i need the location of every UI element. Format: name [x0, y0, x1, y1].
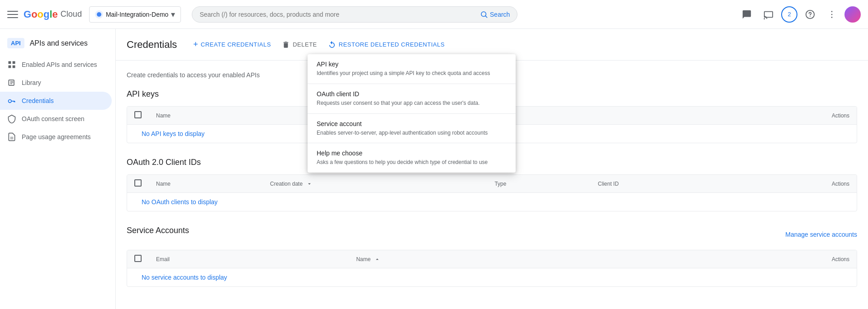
- service-accounts-table: Email Name Actions: [127, 250, 857, 286]
- api-keys-actions-header: Actions: [832, 112, 849, 119]
- cloud-text: Cloud: [61, 9, 82, 19]
- api-badge: API: [7, 38, 24, 48]
- page-title: Credentials: [127, 39, 177, 51]
- oauth-type-header: Type: [494, 181, 506, 187]
- oauth-title: OAuth client ID: [317, 90, 507, 98]
- delete-icon: [282, 41, 290, 49]
- notification-badge[interactable]: 2: [781, 6, 797, 23]
- sidebar-item-label: Credentials: [22, 97, 54, 104]
- create-desc-text: Create credentials to access your enable…: [127, 71, 260, 79]
- table-row: No OAuth clients to display: [127, 193, 857, 211]
- cast-icon: [764, 9, 773, 19]
- search-label: Search: [490, 11, 510, 18]
- main-layout: API APIs and services Enabled APIs and s…: [0, 29, 868, 309]
- project-dot: [95, 10, 103, 19]
- oauth-table: Name Creation date Type: [127, 175, 857, 211]
- sidebar-item-label: OAuth consent screen: [22, 115, 85, 122]
- menu-icon[interactable]: [7, 9, 18, 20]
- sidebar-item-label: Page usage agreements: [22, 133, 91, 140]
- plus-icon: +: [193, 40, 198, 49]
- search-bar: Search: [192, 6, 517, 23]
- svg-rect-9: [9, 61, 11, 64]
- sa-email-header: Email: [156, 256, 170, 262]
- sidebar-item-label: Enabled APIs and services: [22, 61, 97, 68]
- service-accounts-table-container: Email Name Actions: [127, 250, 857, 287]
- sa-actions-header: Actions: [832, 256, 849, 262]
- help-title: Help me choose: [317, 150, 507, 157]
- oauth-name-header: Name: [156, 181, 171, 187]
- restore-credentials-button[interactable]: RESTORE DELETED CREDENTIALS: [323, 37, 450, 52]
- library-icon: [7, 78, 16, 87]
- dropdown-item-help[interactable]: Help me choose Asks a few questions to h…: [308, 143, 516, 173]
- api-key-desc: Identifies your project using a simple A…: [317, 70, 507, 77]
- sa-empty-text: No service accounts to display: [134, 267, 234, 287]
- oauth-icon: [7, 114, 16, 123]
- search-input[interactable]: [199, 11, 476, 18]
- svg-point-5: [810, 16, 811, 17]
- manage-service-accounts-link[interactable]: Manage service accounts: [785, 231, 857, 238]
- sidebar-item-library[interactable]: Library: [0, 74, 112, 92]
- svg-point-7: [831, 14, 833, 15]
- svg-rect-11: [9, 66, 11, 68]
- search-button[interactable]: Search: [480, 10, 510, 19]
- oauth-desc: Requests user consent so that your app c…: [317, 99, 507, 107]
- sort-down-icon: [306, 181, 313, 187]
- service-accounts-title: Service Accounts: [127, 226, 189, 235]
- svg-point-6: [831, 11, 833, 12]
- oauth-select-all-checkbox[interactable]: [134, 179, 142, 187]
- sidebar-header: API APIs and services: [0, 33, 115, 56]
- table-row: No service accounts to display: [127, 268, 857, 287]
- top-navigation: Google Cloud Mail-Integration-Demo ▾ Sea…: [0, 0, 868, 29]
- more-options-btn[interactable]: [823, 5, 841, 23]
- restore-btn-label: RESTORE DELETED CREDENTIALS: [339, 41, 445, 48]
- api-keys-name-header: Name: [156, 112, 171, 119]
- chat-icon-btn[interactable]: [738, 5, 756, 23]
- project-selector[interactable]: Mail-Integration-Demo ▾: [89, 6, 181, 23]
- dropdown-item-oauth[interactable]: OAuth client ID Requests user consent so…: [308, 84, 516, 113]
- nav-right: 2: [738, 5, 861, 23]
- more-vert-icon: [827, 9, 837, 19]
- sa-select-all-checkbox[interactable]: [134, 255, 142, 262]
- svg-rect-12: [13, 66, 15, 68]
- service-accounts-section-header: Service Accounts Manage service accounts: [127, 226, 857, 243]
- help-icon: [805, 9, 815, 19]
- chat-icon: [742, 9, 752, 19]
- chevron-down-icon: ▾: [171, 9, 175, 19]
- create-btn-label: CREATE CREDENTIALS: [201, 41, 271, 48]
- sidebar: API APIs and services Enabled APIs and s…: [0, 29, 116, 309]
- sidebar-item-enabled-apis[interactable]: Enabled APIs and services: [0, 56, 112, 74]
- sort-up-icon: [374, 256, 380, 262]
- create-credentials-dropdown: API key Identifies your project using a …: [308, 54, 516, 173]
- notification-count: 2: [787, 11, 791, 18]
- oauth-client-id-header: Client ID: [598, 181, 619, 187]
- oauth-table-container: Name Creation date Type: [127, 174, 857, 211]
- delete-btn-label: DELETE: [293, 41, 317, 48]
- svg-point-17: [9, 100, 12, 103]
- cast-icon-btn[interactable]: [759, 5, 778, 23]
- google-cloud-logo: Google Cloud: [24, 9, 82, 20]
- create-credentials-button[interactable]: + CREATE CREDENTIALS: [188, 36, 276, 53]
- search-icon: [480, 10, 488, 19]
- dropdown-item-api-key[interactable]: API key Identifies your project using a …: [308, 54, 516, 84]
- page-icon: [7, 132, 16, 141]
- svg-point-8: [831, 17, 833, 18]
- svg-line-1: [485, 16, 487, 17]
- api-keys-empty-text: No API keys to display: [134, 123, 212, 143]
- service-account-desc: Enables server-to-server, app-level auth…: [317, 129, 507, 137]
- api-key-title: API key: [317, 61, 507, 68]
- api-keys-select-all-checkbox[interactable]: [134, 111, 142, 118]
- user-avatar[interactable]: [844, 6, 861, 23]
- svg-point-3: [764, 18, 765, 19]
- restore-icon: [328, 41, 336, 49]
- dropdown-item-service-account[interactable]: Service account Enables server-to-server…: [308, 114, 516, 143]
- sidebar-item-credentials[interactable]: Credentials: [0, 92, 112, 110]
- delete-button[interactable]: DELETE: [276, 37, 323, 52]
- project-name: Mail-Integration-Demo: [106, 11, 169, 18]
- service-accounts-section: Service Accounts Manage service accounts…: [127, 226, 857, 287]
- help-icon-btn[interactable]: [801, 5, 819, 23]
- sidebar-item-oauth-consent[interactable]: OAuth consent screen: [0, 110, 112, 128]
- key-icon: [7, 96, 16, 105]
- grid-icon: [7, 60, 16, 69]
- sidebar-item-label: Library: [22, 79, 41, 86]
- sidebar-item-page-usage[interactable]: Page usage agreements: [0, 128, 112, 146]
